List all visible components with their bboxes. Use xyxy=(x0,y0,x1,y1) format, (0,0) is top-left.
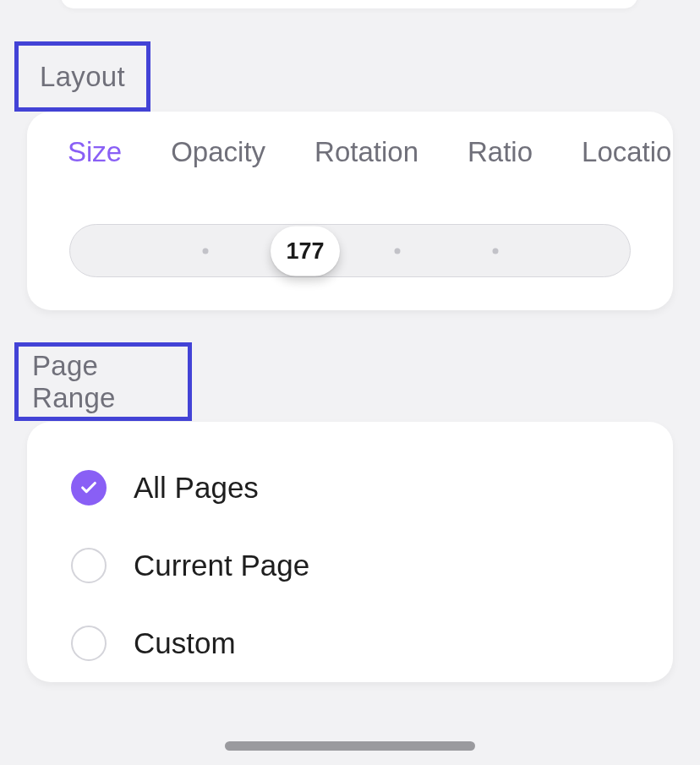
tab-opacity[interactable]: Opacity xyxy=(171,136,265,168)
layout-heading-highlight: Layout xyxy=(14,41,150,112)
size-slider-thumb[interactable]: 177 xyxy=(271,226,340,276)
slider-snap-dot xyxy=(395,248,401,254)
page-range-heading: Page Range xyxy=(32,350,174,414)
radio-indicator xyxy=(71,626,107,661)
radio-label: Current Page xyxy=(134,549,309,582)
size-slider-track[interactable]: 177 xyxy=(69,224,631,277)
radio-all-pages[interactable]: All Pages xyxy=(71,449,629,527)
slider-snap-dot xyxy=(493,248,499,254)
slider-snap-dot xyxy=(203,248,209,254)
radio-indicator xyxy=(71,470,107,505)
radio-custom[interactable]: Custom xyxy=(71,604,629,682)
radio-indicator xyxy=(71,548,107,583)
page-range-heading-highlight: Page Range xyxy=(14,342,192,421)
layout-tabs: Size Opacity Rotation Ratio Location xyxy=(27,112,673,192)
page-range-card: All Pages Current Page Custom xyxy=(27,422,673,682)
layout-card: Size Opacity Rotation Ratio Location 177 xyxy=(27,112,673,310)
radio-current-page[interactable]: Current Page xyxy=(71,527,629,604)
tab-rotation[interactable]: Rotation xyxy=(314,136,418,168)
tab-size[interactable]: Size xyxy=(68,136,122,168)
tab-ratio[interactable]: Ratio xyxy=(468,136,533,168)
layout-heading: Layout xyxy=(40,61,125,93)
radio-label: All Pages xyxy=(134,471,259,505)
tab-location[interactable]: Location xyxy=(582,136,673,168)
home-indicator[interactable] xyxy=(225,741,475,751)
slider-value: 177 xyxy=(287,238,325,264)
check-icon xyxy=(79,478,98,497)
radio-label: Custom xyxy=(134,626,236,660)
previous-card-edge xyxy=(61,0,637,8)
